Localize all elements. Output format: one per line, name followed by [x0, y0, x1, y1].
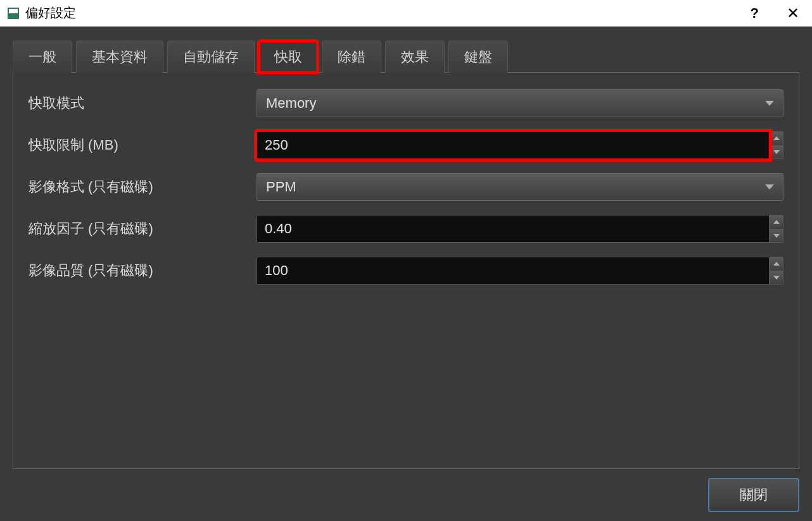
tab-bar: 一般 基本資料 自動儲存 快取 除錯 效果 鍵盤	[13, 41, 799, 73]
titlebar: 偏好設定 ? ✕	[0, 0, 812, 27]
image-quality-step-up[interactable]	[770, 257, 783, 271]
image-format-select[interactable]: PPM	[257, 173, 783, 201]
cache-limit-step-up[interactable]	[770, 131, 783, 146]
tab-metadata[interactable]: 基本資料	[76, 41, 163, 73]
image-format-value: PPM	[266, 179, 296, 195]
tab-general[interactable]: 一般	[13, 41, 72, 73]
image-quality-label: 影像品質 (只有磁碟)	[29, 261, 244, 280]
chevron-up-icon	[773, 262, 780, 266]
scale-factor-spinbox	[257, 215, 783, 243]
scale-factor-step-down[interactable]	[770, 229, 783, 243]
chevron-down-icon	[765, 101, 774, 106]
chevron-up-icon	[773, 136, 780, 140]
tab-panel-cache: 快取模式 Memory 快取限制 (MB)	[13, 72, 799, 469]
app-icon	[8, 8, 19, 19]
scale-factor-label: 縮放因子 (只有磁碟)	[29, 219, 244, 238]
image-format-label: 影像格式 (只有磁碟)	[29, 177, 244, 196]
scale-factor-input[interactable]	[257, 215, 770, 243]
chevron-down-icon	[773, 234, 780, 238]
tab-cache[interactable]: 快取	[258, 41, 318, 73]
window-title: 偏好設定	[25, 4, 751, 22]
cache-mode-label: 快取模式	[29, 94, 244, 113]
close-button[interactable]: 關閉	[708, 478, 799, 512]
tab-autosave[interactable]: 自動儲存	[167, 41, 255, 73]
chevron-up-icon	[773, 220, 780, 224]
tab-keyboard[interactable]: 鍵盤	[448, 41, 508, 73]
cache-limit-spinbox	[257, 131, 783, 159]
tab-debug[interactable]: 除錯	[322, 41, 381, 73]
cache-limit-input[interactable]	[257, 131, 770, 159]
image-quality-input[interactable]	[257, 257, 770, 285]
cache-limit-label: 快取限制 (MB)	[29, 136, 244, 155]
cache-mode-select[interactable]: Memory	[257, 89, 783, 117]
chevron-down-icon	[765, 184, 774, 190]
image-quality-step-down[interactable]	[770, 271, 783, 285]
chevron-down-icon	[773, 150, 780, 154]
cache-limit-step-down[interactable]	[770, 146, 783, 160]
help-button[interactable]: ?	[751, 5, 759, 22]
image-quality-spinbox	[257, 257, 783, 285]
chevron-down-icon	[773, 276, 780, 280]
tab-effects[interactable]: 效果	[385, 41, 445, 73]
window-close-button[interactable]: ✕	[782, 4, 804, 22]
scale-factor-step-up[interactable]	[770, 215, 783, 229]
cache-mode-value: Memory	[266, 95, 316, 112]
